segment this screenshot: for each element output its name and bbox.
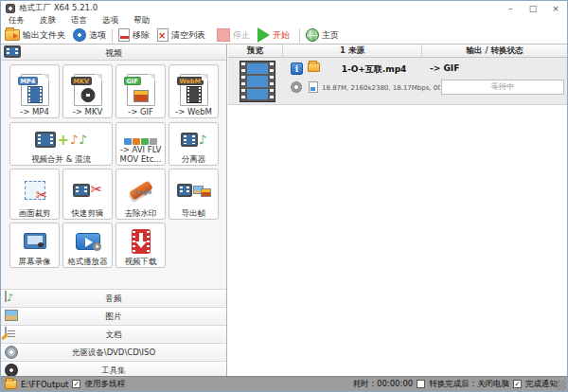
row-file-icon[interactable] xyxy=(309,81,318,93)
export-frames-label: 导出帧 xyxy=(182,208,206,218)
quick-clip-icon: ✂ xyxy=(73,171,103,208)
splitter-button[interactable]: ♪ 分离器 xyxy=(169,122,219,166)
section-disc-device[interactable]: 光驱设备\DVD\CD\ISO xyxy=(1,343,226,360)
start-button[interactable]: 开始 xyxy=(254,27,293,44)
formats-row-icon xyxy=(124,138,157,145)
export-frames-button[interactable]: 导出帧 xyxy=(169,169,219,220)
format-player-label: 格式播放器 xyxy=(67,257,108,266)
window-title: 格式工厂 X64 5.21.0 xyxy=(19,3,98,14)
to-webm-label: -> WebM xyxy=(175,107,212,116)
section-disc-device-label: 光驱设备\DVD\CD\ISO xyxy=(1,347,226,359)
to-mkv-button[interactable]: MKV -> MKV xyxy=(62,64,113,118)
menu-language[interactable]: 语言 xyxy=(63,15,95,27)
to-gif-button[interactable]: GIF -> GIF xyxy=(115,64,166,118)
crop-label: 画面裁剪 xyxy=(19,208,51,218)
crop-button[interactable]: ✂ 画面裁剪 xyxy=(9,169,60,220)
output-path[interactable]: E:\FFOutput xyxy=(21,380,68,389)
export-frames-icon xyxy=(177,171,211,208)
menu-help[interactable]: 帮助 xyxy=(126,15,157,27)
section-toolset-label: 工具集 xyxy=(1,365,226,376)
section-document-label: 文档 xyxy=(1,330,226,341)
video-download-icon xyxy=(132,225,151,257)
format-player-button[interactable]: 格式播放器 xyxy=(62,223,113,268)
shutdown-checkbox[interactable] xyxy=(417,380,425,388)
open-folder-icon[interactable] xyxy=(308,62,320,72)
elapsed-time: 耗时 : 00:00:00 xyxy=(353,379,413,390)
stop-label: 停止 xyxy=(233,29,250,42)
shutdown-label: 转换完成后 : 关闭电脑 xyxy=(429,379,509,390)
remove-label: 移除 xyxy=(133,29,150,42)
app-window: 格式工厂 X64 5.21.0 – □ × 任务 皮肤 语言 选项 帮助 输出文… xyxy=(0,0,568,392)
crop-icon: ✂ xyxy=(25,171,45,208)
to-mp4-label: -> MP4 xyxy=(20,107,49,116)
column-preview[interactable]: 预览 xyxy=(228,45,283,57)
column-source[interactable]: 1 来源 xyxy=(283,45,422,57)
stop-button[interactable]: 停止 xyxy=(213,27,254,44)
gif-doc-icon: GIF xyxy=(127,74,155,106)
screen-record-button[interactable]: 屏幕录像 xyxy=(9,223,60,268)
status-bar: E:\FFOutput ✓ 使用多线程 耗时 : 00:00:00 转换完成后 … xyxy=(1,376,567,391)
conversion-queue-panel: 预览 1 来源 输出 / 转换状态 i 1-O+互联.mp4 -> GIF 18… xyxy=(228,45,567,376)
to-avi-flv-mov-button[interactable]: -> AVI FLV MOV Etc... xyxy=(115,122,166,166)
resize-grip[interactable] xyxy=(557,381,566,390)
source-filename: 1-O+互联.mp4 xyxy=(323,63,425,76)
menu-task[interactable]: 任务 xyxy=(1,15,32,27)
start-label: 开始 xyxy=(273,29,290,42)
gear-icon xyxy=(73,28,86,42)
remove-watermark-button[interactable]: Logo 去除水印 xyxy=(115,169,166,220)
merge-icon: + ♪ ♪ xyxy=(35,125,86,154)
output-folder-icon xyxy=(5,29,20,41)
section-audio[interactable]: 音频 xyxy=(1,289,226,306)
options-label: 选项 xyxy=(89,29,106,42)
minimize-button[interactable]: – xyxy=(499,1,522,15)
to-gif-label: -> GIF xyxy=(128,107,153,116)
home-button[interactable]: 主页 xyxy=(302,27,343,44)
video-merge-mux-label: 视频合并 & 混流 xyxy=(31,154,91,164)
close-button[interactable]: × xyxy=(544,1,567,15)
options-button[interactable]: 选项 xyxy=(69,27,110,44)
maximize-button[interactable]: □ xyxy=(522,1,544,15)
section-document[interactable]: 文档 xyxy=(1,325,226,342)
section-audio-label: 音频 xyxy=(1,294,226,305)
to-avi-flv-mov-label: -> AVI FLV MOV Etc... xyxy=(117,145,164,164)
splitter-label: 分离器 xyxy=(182,154,206,164)
output-path-folder-icon[interactable] xyxy=(5,380,17,389)
menu-skin[interactable]: 皮肤 xyxy=(32,15,63,27)
to-mkv-label: -> MKV xyxy=(73,107,103,116)
toolbar-separator xyxy=(299,28,300,43)
toolbar: 输出文件夹 选项 移除 × 清空列表 停止 开始 主页 xyxy=(1,27,567,45)
quick-clip-label: 快速剪辑 xyxy=(72,208,104,218)
to-mp4-button[interactable]: MP4 -> MP4 xyxy=(9,64,60,118)
multithread-checkbox[interactable]: ✓ xyxy=(72,380,80,388)
notify-checkbox[interactable]: ✓ xyxy=(513,380,522,388)
quick-clip-button[interactable]: ✂ 快速剪辑 xyxy=(62,169,113,220)
row-settings-icon[interactable] xyxy=(291,81,302,93)
multithread-label: 使用多线程 xyxy=(84,379,125,390)
video-merge-mux-button[interactable]: + ♪ ♪ 视频合并 & 混流 xyxy=(9,122,113,166)
section-video-label: 视频 xyxy=(1,47,226,60)
source-file-info: 18.87M, 2160x2380, 18.17Mbps, 00:00:08 xyxy=(322,84,440,92)
section-toolset[interactable]: 工具集 xyxy=(1,361,226,376)
output-folder-label: 输出文件夹 xyxy=(23,29,65,42)
clear-list-button[interactable]: × 清空列表 xyxy=(153,27,209,44)
column-output-status[interactable]: 输出 / 转换状态 xyxy=(422,45,567,57)
stop-icon xyxy=(217,28,230,42)
clear-list-icon: × xyxy=(157,28,169,42)
video-download-button[interactable]: 视频下载 xyxy=(115,223,166,268)
remove-button[interactable]: 移除 xyxy=(115,27,153,44)
format-player-icon xyxy=(76,225,100,257)
app-icon xyxy=(6,4,15,13)
menu-options[interactable]: 选项 xyxy=(95,15,126,27)
play-icon xyxy=(257,27,270,43)
section-picture-label: 图片 xyxy=(1,312,226,323)
output-format: -> GIF xyxy=(430,63,459,73)
info-icon[interactable]: i xyxy=(291,62,303,75)
window-controls: – □ × xyxy=(499,1,567,15)
section-picture[interactable]: 图片 xyxy=(1,307,226,324)
section-video-header[interactable]: 视频 xyxy=(1,45,226,61)
to-webm-button[interactable]: WebM -> WebM xyxy=(169,64,219,118)
output-folder-button[interactable]: 输出文件夹 xyxy=(1,27,69,44)
status-left: E:\FFOutput ✓ 使用多线程 xyxy=(1,379,125,390)
clear-list-label: 清空列表 xyxy=(171,29,205,42)
queue-row[interactable]: i 1-O+互联.mp4 -> GIF 18.87M, 2160x2380, 1… xyxy=(228,58,567,105)
